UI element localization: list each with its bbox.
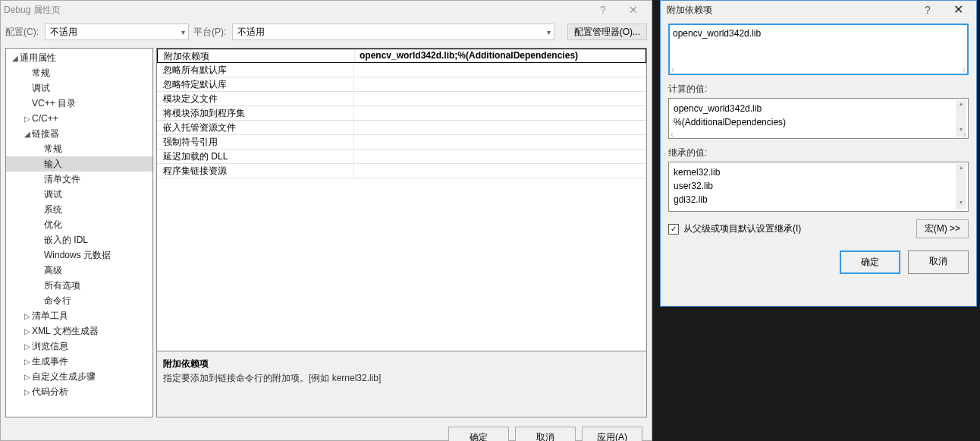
tree-node[interactable]: 输入	[6, 156, 152, 172]
tree-node-label: Windows 元数据	[44, 249, 111, 262]
tree-node-label: 高级	[44, 264, 62, 277]
tree-node-label: VC++ 目录	[32, 97, 76, 110]
chevron-down-icon: ▾	[547, 28, 551, 36]
additional-dependencies-dialog: 附加依赖项 ? ✕ opencv_world342d.lib ‹› 计算的值: …	[660, 0, 977, 307]
platform-dropdown[interactable]: 不适用 ▾	[232, 24, 554, 40]
property-value[interactable]	[354, 106, 646, 120]
configuration-manager-button[interactable]: 配置管理器(O)...	[567, 24, 647, 40]
inherited-value-line: gdi32.lib	[674, 193, 963, 206]
description-title: 附加依赖项	[163, 358, 640, 370]
tree-node-label: 系统	[44, 203, 62, 216]
cancel-button[interactable]: 取消	[515, 427, 576, 441]
tree-node[interactable]: 命令行	[6, 293, 152, 308]
tree-node[interactable]: 调试	[6, 187, 152, 202]
tree-node[interactable]: ▷清单工具	[6, 308, 152, 323]
property-name: 将模块添加到程序集	[157, 106, 354, 120]
property-row[interactable]: 强制符号引用	[157, 135, 646, 150]
tree-node[interactable]: 清单文件	[6, 172, 152, 187]
tree-node-label: 调试	[32, 82, 50, 95]
property-value[interactable]	[354, 77, 646, 91]
inherited-value-line: kernel32.lib	[674, 165, 963, 179]
titlebar: Debug 属性页 ? ✕	[1, 1, 652, 19]
ok-button[interactable]: 确定	[840, 250, 900, 274]
property-row[interactable]: 忽略所有默认库	[157, 63, 646, 77]
platform-value: 不适用	[237, 26, 265, 39]
dialog-buttons: 确定 取消 应用(A)	[1, 421, 652, 441]
computed-label: 计算的值:	[668, 83, 969, 96]
ok-button[interactable]: 确定	[448, 427, 509, 441]
description-panel: 附加依赖项 指定要添加到链接命令行的附加项。[例如 kernel32.lib]	[156, 351, 647, 417]
computed-values-box: opencv_world342d.lib%(AdditionalDependen…	[668, 98, 969, 139]
configuration-dropdown[interactable]: 不适用 ▾	[45, 24, 189, 40]
tree-node[interactable]: ▷浏览信息	[6, 339, 152, 354]
tree-node[interactable]: 常规	[6, 65, 152, 80]
tree-node[interactable]: 系统	[6, 202, 152, 217]
tree-node-label: 链接器	[32, 128, 59, 140]
property-value[interactable]	[354, 121, 646, 134]
property-row[interactable]: 程序集链接资源	[157, 164, 646, 178]
property-name: 强制符号引用	[157, 135, 354, 149]
tree-node[interactable]: 优化	[6, 217, 152, 232]
tree-node[interactable]: Windows 元数据	[6, 247, 152, 263]
tree-node-label: 自定义生成步骤	[32, 370, 96, 383]
property-value[interactable]: opencv_world342d.lib;%(AdditionalDepende…	[355, 49, 645, 62]
close-button[interactable]: ✕	[943, 2, 973, 18]
property-name: 忽略所有默认库	[157, 63, 354, 77]
property-grid[interactable]: 附加依赖项opencv_world342d.lib;%(AdditionalDe…	[156, 48, 647, 351]
property-value[interactable]	[354, 164, 646, 178]
tree-expander-icon: ▷	[23, 327, 32, 335]
tree-expander-icon: ▷	[23, 388, 32, 396]
cancel-button[interactable]: 取消	[908, 250, 969, 274]
tree-node[interactable]: ▷自定义生成步骤	[6, 369, 152, 384]
tree-node[interactable]: 常规	[6, 141, 152, 156]
tree-node[interactable]: ▷XML 文档生成器	[6, 323, 152, 339]
tree-node[interactable]: 嵌入的 IDL	[6, 232, 152, 247]
inherited-label: 继承的值:	[668, 146, 969, 159]
property-value[interactable]	[354, 150, 646, 163]
property-name: 程序集链接资源	[157, 164, 354, 178]
apply-button[interactable]: 应用(A)	[582, 427, 642, 441]
horizontal-scrollbar[interactable]: ‹›	[671, 65, 966, 74]
tree-node-label: 调试	[44, 188, 62, 201]
vertical-scrollbar[interactable]: ▴▾	[956, 164, 966, 209]
property-value[interactable]	[354, 92, 646, 106]
dependencies-editor[interactable]: opencv_world342d.lib ‹›	[668, 24, 969, 75]
tree-expander-icon: ▷	[23, 342, 32, 351]
tree-node-label: 输入	[44, 158, 62, 171]
property-row[interactable]: 将模块添加到程序集	[157, 106, 646, 121]
tree-node[interactable]: 调试	[6, 80, 152, 96]
macro-button[interactable]: 宏(M) >>	[916, 219, 969, 238]
horizontal-scrollbar[interactable]: ‹›	[671, 129, 966, 138]
tree-node-label: 清单文件	[44, 173, 80, 186]
tree-node[interactable]: VC++ 目录	[6, 96, 152, 111]
close-button[interactable]: ✕	[618, 2, 649, 18]
inherit-checkbox[interactable]: ✓	[668, 224, 679, 235]
property-name: 忽略特定默认库	[157, 77, 354, 91]
property-row[interactable]: 忽略特定默认库	[157, 77, 646, 92]
tree-node[interactable]: 高级	[6, 263, 152, 278]
tree-expander-icon: ▷	[23, 115, 32, 123]
tree-expander-icon: ◢	[23, 130, 32, 138]
property-row[interactable]: 嵌入托管资源文件	[157, 121, 646, 135]
help-button[interactable]: ?	[912, 2, 943, 18]
property-row[interactable]: 附加依赖项opencv_world342d.lib;%(AdditionalDe…	[157, 49, 646, 63]
chevron-down-icon: ▾	[181, 28, 185, 36]
tree-expander-icon: ◢	[11, 54, 20, 62]
tree-node[interactable]: ◢链接器	[6, 126, 152, 141]
tree-node-label: 生成事件	[32, 355, 68, 368]
tree-node[interactable]: ◢通用属性	[6, 50, 152, 65]
tree-node[interactable]: ▷代码分析	[6, 384, 152, 399]
property-row[interactable]: 模块定义文件	[157, 92, 646, 106]
property-row[interactable]: 延迟加载的 DLL	[157, 150, 646, 164]
property-value[interactable]	[354, 135, 646, 149]
tree-node[interactable]: ▷生成事件	[6, 354, 152, 369]
sub-dialog-buttons: 确定 取消	[661, 243, 976, 282]
tree-node[interactable]: ▷C/C++	[6, 111, 152, 126]
configuration-label: 配置(C):	[5, 26, 39, 39]
tree-node[interactable]: 所有选项	[6, 278, 152, 293]
property-value[interactable]	[354, 63, 646, 77]
description-text: 指定要添加到链接命令行的附加项。[例如 kernel32.lib]	[163, 372, 640, 385]
help-button[interactable]: ?	[588, 2, 618, 18]
property-tree[interactable]: ◢通用属性常规调试VC++ 目录▷C/C++◢链接器常规输入清单文件调试系统优化…	[5, 48, 153, 417]
computed-value-line: %(AdditionalDependencies)	[674, 115, 963, 129]
